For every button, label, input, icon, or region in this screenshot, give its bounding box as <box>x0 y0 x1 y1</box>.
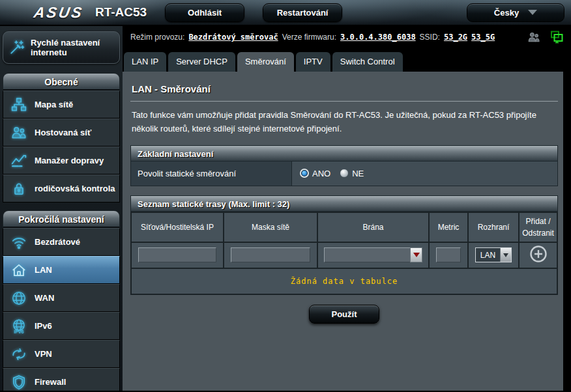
firewall-icon <box>10 374 28 391</box>
wireless-icon <box>10 234 28 251</box>
top-bar: ASUS RT-AC53 Odhlásit Restartování Česky <box>0 0 571 26</box>
col-metric: Metric <box>429 212 468 242</box>
guest-network-icon <box>10 124 28 141</box>
red-arrow-icon <box>413 253 420 257</box>
section-header-routes: Seznam statické trasy (Max. limit : 32) <box>130 195 558 212</box>
enable-static-routes-value: ANO NE <box>292 161 557 186</box>
networked-devices-icon[interactable] <box>549 30 564 44</box>
sidebar-item-label: Bezdrátové <box>35 237 80 247</box>
status-icons <box>527 30 564 44</box>
sidebar-item-quick-setup[interactable]: Rychlé nastavení internetu <box>3 31 120 64</box>
main-layout: Rychlé nastavení internetu Obecné Mapa s… <box>0 26 571 391</box>
reboot-button[interactable]: Restartování <box>263 3 342 22</box>
asus-logo: ASUS <box>33 4 85 21</box>
tab-dhcp-server[interactable]: Server DHCP <box>168 52 235 72</box>
wan-icon <box>10 290 28 307</box>
title-divider <box>130 101 558 102</box>
svg-text:IPv6: IPv6 <box>14 329 24 335</box>
sidebar-item-label: Hostovaná síť <box>35 128 91 138</box>
col-gateway: Brána <box>317 212 429 242</box>
tab-lan-ip[interactable]: LAN IP <box>124 52 166 72</box>
sidebar-item-vpn[interactable]: VPN <box>3 340 120 368</box>
magic-wand-icon <box>8 39 25 56</box>
parental-control-icon <box>10 180 28 197</box>
tab-switch-control[interactable]: Switch Control <box>332 52 403 72</box>
col-network-host-ip: Síťová/Hostitelská IP <box>131 212 224 242</box>
table-header-row: Síťová/Hostitelská IP Maska sítě Brána M… <box>131 212 557 242</box>
chevron-down-icon <box>528 10 537 15</box>
sidebar-item-label: rodičovská kontrola <box>35 184 115 194</box>
radio-yes[interactable] <box>300 169 309 178</box>
sidebar-item-label: Rychlé nastavení internetu <box>31 38 119 57</box>
sidebar-item-label: VPN <box>35 349 52 359</box>
radio-no[interactable] <box>340 169 349 178</box>
empty-table-message: Žádná data v tabulce <box>131 268 557 294</box>
network-ip-input[interactable] <box>138 247 216 262</box>
apply-button[interactable]: Použít <box>309 305 379 324</box>
static-routes-table: Síťová/Hostitelská IP Maska sítě Brána M… <box>130 212 558 295</box>
language-value: Česky <box>494 8 519 18</box>
tab-bar: LAN IP Server DHCP Směrování IPTV Switch… <box>123 48 571 72</box>
select-arrow-button <box>500 248 511 262</box>
add-route-button[interactable] <box>529 244 548 264</box>
lan-icon <box>10 262 28 279</box>
sidebar-spacer <box>0 203 123 210</box>
sidebar-item-label: WAN <box>35 293 54 303</box>
ipv6-icon: IPv6 <box>10 318 28 335</box>
radio-yes-option[interactable]: ANO <box>300 169 330 178</box>
enable-static-routes-label: Povolit statické směrování <box>131 161 292 186</box>
gateway-dropdown-button[interactable] <box>410 247 422 262</box>
sidebar-item-label: Firewall <box>35 377 66 387</box>
sidebar-item-guest-network[interactable]: Hostovaná síť <box>3 119 120 147</box>
radio-no-option[interactable]: NE <box>340 169 364 178</box>
operation-mode-label: Režim provozu: <box>130 33 184 42</box>
section-header-basic: Základní nastavení <box>130 145 558 161</box>
radio-no-label: NE <box>352 169 364 178</box>
sidebar-item-firewall[interactable]: Firewall <box>3 368 120 391</box>
firmware-label: Verze firmwaru: <box>282 33 336 42</box>
col-netmask: Maska sítě <box>224 212 317 242</box>
sidebar-item-lan[interactable]: LAN <box>3 256 120 284</box>
tab-routing[interactable]: Směrování <box>237 52 294 72</box>
sidebar-item-traffic-manager[interactable]: Manažer dopravy <box>3 147 120 175</box>
tab-iptv[interactable]: IPTV <box>296 52 330 72</box>
sidebar-item-label: IPv6 <box>35 321 52 331</box>
sidebar-group-general: Obecné <box>3 73 120 91</box>
sidebar-item-label: Manažer dopravy <box>35 156 104 166</box>
add-circle-icon <box>529 244 548 264</box>
sidebar-item-wireless[interactable]: Bezdrátové <box>3 228 120 256</box>
ssid-5g-link[interactable]: 53_5G <box>471 33 495 42</box>
sidebar-item-label: Mapa sítě <box>35 100 73 110</box>
sidebar: Rychlé nastavení internetu Obecné Mapa s… <box>0 26 123 391</box>
gateway-input[interactable] <box>324 247 410 262</box>
traffic-manager-icon <box>10 152 28 169</box>
firmware-version-link[interactable]: 3.0.0.4.380_6038 <box>340 33 416 42</box>
right-column: Režim provozu: Bezdrátový směrovač Verze… <box>123 26 571 391</box>
page-description: Tato funkce vám umožňuje přidat pravidla… <box>130 108 558 145</box>
netmask-input[interactable] <box>231 247 310 262</box>
radio-yes-label: ANO <box>312 169 330 178</box>
sidebar-item-label: LAN <box>35 265 52 275</box>
interface-selected-value: LAN <box>476 248 500 262</box>
content-panel: LAN - Směrování Tato funkce vám umožňuje… <box>123 72 563 391</box>
page-title: LAN - Směrování <box>130 81 558 101</box>
form-row-enable-routing: Povolit statické směrování ANO NE <box>130 161 558 186</box>
language-dropdown[interactable]: Česky <box>467 3 564 22</box>
gateway-combo <box>324 247 422 262</box>
sidebar-item-wan[interactable]: WAN <box>3 284 120 312</box>
network-map-icon <box>10 96 28 113</box>
vpn-icon <box>10 346 28 363</box>
sidebar-item-parental-control[interactable]: rodičovská kontrola <box>3 175 120 203</box>
col-add-delete: Přidat / Odstranit <box>519 212 557 242</box>
table-input-row: LAN <box>131 242 557 268</box>
ssid-2g-link[interactable]: 53_2G <box>444 33 467 42</box>
clients-icon[interactable] <box>527 31 541 44</box>
col-interface: Rozhraní <box>468 212 519 242</box>
chevron-down-icon <box>503 253 508 257</box>
sidebar-item-ipv6[interactable]: IPv6 IPv6 <box>3 312 120 340</box>
logout-button[interactable]: Odhlásit <box>165 3 244 22</box>
sidebar-item-network-map[interactable]: Mapa sítě <box>3 91 120 119</box>
metric-input[interactable] <box>436 247 461 262</box>
operation-mode-link[interactable]: Bezdrátový směrovač <box>188 33 278 42</box>
interface-select[interactable]: LAN <box>475 247 512 262</box>
